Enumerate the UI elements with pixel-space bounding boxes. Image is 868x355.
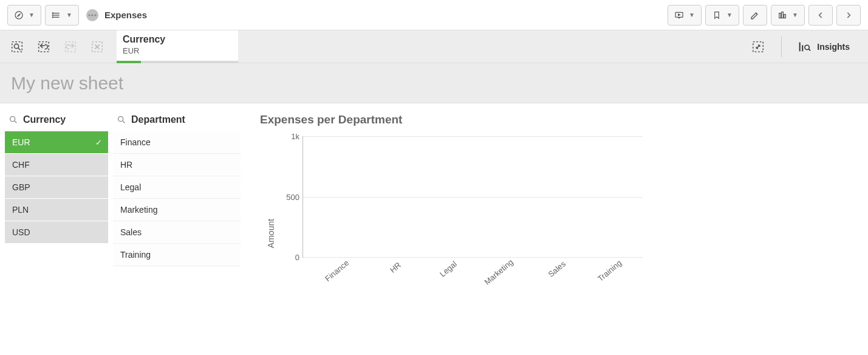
chart-ylabel: Amount bbox=[266, 219, 276, 248]
navigation-button[interactable]: ▼ bbox=[7, 5, 41, 26]
ytick-label: 500 bbox=[275, 192, 299, 201]
prev-sheet-button[interactable] bbox=[808, 5, 833, 26]
chart-title: Expenses per Department bbox=[260, 113, 847, 126]
bookmark-icon bbox=[712, 10, 722, 21]
list-item[interactable]: Legal bbox=[113, 176, 241, 199]
chevron-left-icon bbox=[816, 11, 825, 19]
smart-search-button[interactable] bbox=[4, 35, 30, 59]
svg-line-34 bbox=[123, 121, 125, 123]
top-toolbar: ▼ ▼ Expenses ▼ ▼ ▼ bbox=[0, 0, 868, 30]
list-item[interactable]: EUR bbox=[5, 131, 108, 154]
svg-point-5 bbox=[52, 15, 53, 15]
sheet-body: Currency EURCHFGBPPLNUSD Department Fina… bbox=[0, 103, 868, 351]
selection-expand-icon bbox=[751, 40, 765, 53]
bookmark-button[interactable]: ▼ bbox=[705, 5, 739, 26]
chevron-right-icon bbox=[844, 11, 853, 19]
ytick-label: 0 bbox=[275, 253, 299, 262]
caret-down-icon: ▼ bbox=[689, 12, 695, 18]
filterpane-currency-header[interactable]: Currency bbox=[5, 111, 108, 131]
redo-selection-icon bbox=[64, 40, 77, 53]
svg-point-0 bbox=[15, 11, 22, 18]
selection-tool-button[interactable] bbox=[745, 35, 771, 59]
svg-point-29 bbox=[805, 45, 809, 49]
story-button[interactable]: ▼ bbox=[668, 5, 702, 26]
clear-selection-icon bbox=[91, 40, 104, 53]
pencil-icon bbox=[750, 10, 760, 21]
list-item[interactable]: USD bbox=[5, 221, 108, 244]
svg-point-6 bbox=[52, 16, 53, 17]
edit-button[interactable] bbox=[743, 5, 767, 26]
active-selection-tab[interactable]: Currency EUR bbox=[117, 30, 238, 63]
xtick-label: Training bbox=[596, 258, 623, 283]
filterpane-department-header[interactable]: Department bbox=[113, 111, 241, 131]
search-icon bbox=[9, 115, 18, 125]
svg-line-30 bbox=[809, 49, 811, 50]
chart-plot-area: 05001kFinanceHRLegalMarketingSalesTraini… bbox=[302, 136, 643, 258]
svg-point-31 bbox=[10, 117, 15, 122]
sheets-icon bbox=[777, 10, 787, 21]
svg-point-8 bbox=[91, 14, 93, 16]
svg-line-18 bbox=[18, 47, 21, 50]
list-icon bbox=[52, 10, 61, 21]
step-forward-button bbox=[57, 35, 84, 59]
filterpane-currency: Currency EURCHFGBPPLNUSD bbox=[5, 111, 108, 337]
svg-rect-15 bbox=[784, 14, 786, 18]
next-sheet-button[interactable] bbox=[836, 5, 861, 26]
xtick-label: Marketing bbox=[483, 257, 515, 286]
svg-rect-13 bbox=[779, 13, 781, 18]
xtick-label: HR bbox=[388, 260, 403, 275]
bar-chart[interactable]: Expenses per Department Amount 05001kFin… bbox=[245, 111, 862, 337]
selection-search-icon bbox=[10, 40, 24, 53]
selection-toolbar: Currency EUR Insights bbox=[0, 30, 868, 63]
clear-selections-button[interactable] bbox=[84, 35, 111, 59]
svg-point-17 bbox=[14, 44, 18, 48]
sheets-button[interactable]: ▼ bbox=[771, 5, 805, 26]
list-item[interactable]: Sales bbox=[113, 221, 241, 244]
filterpane-department: Department FinanceHRLegalMarketingSalesT… bbox=[113, 111, 241, 337]
list-item[interactable]: CHF bbox=[5, 154, 108, 176]
search-icon bbox=[117, 115, 126, 125]
list-item[interactable]: HR bbox=[113, 154, 241, 176]
sheet-title[interactable]: My new sheet bbox=[11, 73, 123, 94]
step-back-button[interactable] bbox=[30, 35, 57, 59]
filterpane-department-label: Department bbox=[131, 114, 185, 125]
insights-button[interactable]: Insights bbox=[791, 36, 856, 57]
svg-point-4 bbox=[52, 12, 53, 13]
caret-down-icon: ▼ bbox=[726, 12, 733, 18]
svg-point-9 bbox=[94, 14, 96, 16]
filterpane-currency-label: Currency bbox=[23, 114, 66, 125]
svg-line-32 bbox=[15, 121, 16, 123]
ytick-label: 1k bbox=[275, 132, 299, 141]
compass-icon bbox=[14, 10, 24, 21]
toolbar-right-group: ▼ ▼ ▼ bbox=[668, 5, 861, 26]
xtick-label: Legal bbox=[437, 260, 458, 279]
app-icon bbox=[86, 9, 98, 21]
xtick-label: Sales bbox=[547, 259, 568, 278]
svg-marker-11 bbox=[678, 13, 680, 15]
play-icon bbox=[674, 10, 684, 21]
list-item[interactable]: Marketing bbox=[113, 199, 241, 221]
caret-down-icon: ▼ bbox=[29, 12, 35, 18]
list-item[interactable]: GBP bbox=[5, 176, 108, 199]
app-title-wrap: Expenses bbox=[86, 9, 147, 21]
insights-icon bbox=[798, 40, 811, 53]
list-item[interactable]: PLN bbox=[5, 199, 108, 221]
xtick-label: Finance bbox=[323, 258, 350, 283]
sheet-header: My new sheet bbox=[0, 63, 868, 103]
list-menu-button[interactable]: ▼ bbox=[45, 5, 79, 26]
svg-rect-16 bbox=[12, 41, 22, 52]
list-item[interactable]: Finance bbox=[113, 131, 241, 154]
list-item[interactable]: Training bbox=[113, 244, 241, 266]
caret-down-icon: ▼ bbox=[792, 12, 798, 18]
caret-down-icon: ▼ bbox=[66, 12, 72, 18]
undo-selection-icon bbox=[37, 40, 50, 53]
insights-label: Insights bbox=[817, 42, 850, 52]
selection-field-value: EUR bbox=[123, 46, 224, 55]
svg-point-33 bbox=[118, 117, 123, 122]
app-title: Expenses bbox=[104, 10, 147, 20]
svg-rect-14 bbox=[782, 12, 784, 18]
svg-point-7 bbox=[88, 14, 90, 16]
selection-field-label: Currency bbox=[123, 34, 224, 45]
